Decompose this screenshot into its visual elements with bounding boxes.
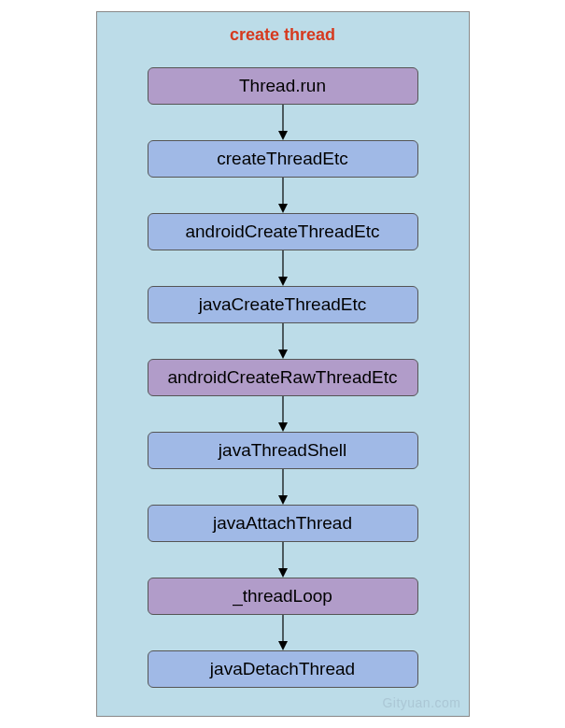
svg-marker-3 xyxy=(278,204,288,213)
flow-node-n4: javaCreateThreadEtc xyxy=(148,286,418,323)
flow-node-n1: Thread.run xyxy=(148,67,418,105)
svg-marker-7 xyxy=(278,350,288,359)
arrow-down-icon xyxy=(275,542,290,578)
flow-node-n6: javaThreadShell xyxy=(148,432,418,469)
svg-marker-11 xyxy=(278,495,288,505)
svg-marker-13 xyxy=(278,568,288,578)
watermark: Gityuan.com xyxy=(382,695,460,710)
arrow-down-icon xyxy=(275,323,290,359)
arrow-down-icon xyxy=(275,396,290,432)
arrow-down-icon xyxy=(275,178,290,213)
flow-node-n8: _threadLoop xyxy=(148,578,418,615)
flow-node-n2: createThreadEtc xyxy=(148,140,418,178)
svg-marker-15 xyxy=(278,641,288,650)
svg-marker-9 xyxy=(278,422,288,432)
diagram-container: create thread Thread.runcreateThreadEtca… xyxy=(96,11,470,717)
diagram-title: create thread xyxy=(97,25,469,45)
svg-marker-5 xyxy=(278,277,288,286)
arrow-down-icon xyxy=(275,105,290,140)
flow-node-n7: javaAttachThread xyxy=(148,505,418,542)
arrow-down-icon xyxy=(275,469,290,505)
arrow-down-icon xyxy=(275,615,290,650)
flow-node-n3: androidCreateThreadEtc xyxy=(148,213,418,250)
arrow-down-icon xyxy=(275,250,290,286)
flow-node-n9: javaDetachThread xyxy=(148,650,418,688)
svg-marker-1 xyxy=(278,131,288,140)
flowchart-nodes: Thread.runcreateThreadEtcandroidCreateTh… xyxy=(97,67,469,688)
flow-node-n5: androidCreateRawThreadEtc xyxy=(148,359,418,396)
